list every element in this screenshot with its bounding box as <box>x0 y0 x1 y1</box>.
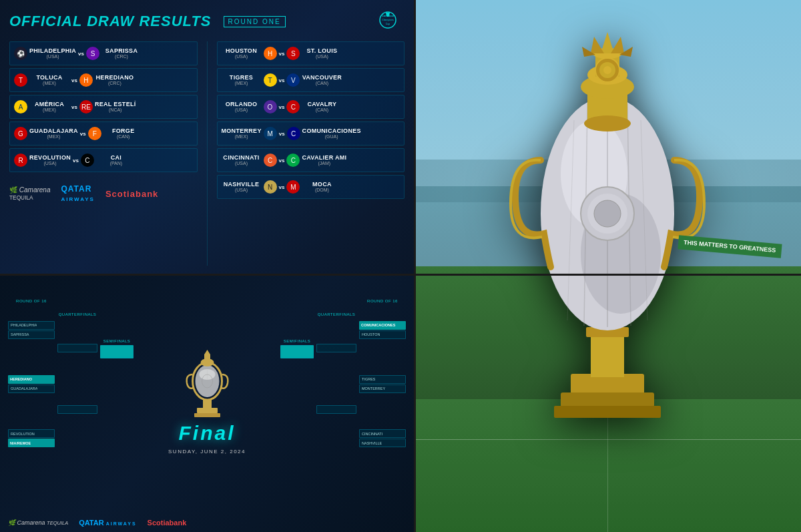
team-block-revolution: REVOLUTION (USA) <box>29 155 71 166</box>
team-crest-revolution: R <box>14 154 27 167</box>
team-crest-guadalajara: G <box>14 127 27 140</box>
svg-rect-18 <box>591 334 624 377</box>
sf-right-header: SEMIFINALS <box>280 339 314 343</box>
vs-separator: vs <box>279 104 285 110</box>
qf-left: QUARTERFINALS <box>57 299 97 439</box>
vs-separator: vs <box>71 77 77 83</box>
bracket-sponsor-scotiabank: Scotiabank <box>148 519 187 527</box>
right-column: THIS MATTERS TO GREATNESS <box>414 0 801 532</box>
vs-separator: vs <box>279 77 285 83</box>
team-slot: HOUSTON <box>359 330 406 339</box>
trophy-photo: THIS MATTERS TO GREATNESS <box>414 0 801 532</box>
svg-marker-39 <box>591 37 604 53</box>
team-block-tigres: TIGRES (MEX) <box>222 75 262 85</box>
sf-right: SEMIFINALS <box>280 299 314 358</box>
sponsor-qatar: QATARAIRWAYS <box>61 184 94 203</box>
svg-rect-11 <box>204 354 210 363</box>
draw-header: OFFICIAL DRAW RESULTS ROUND ONE Concacaf… <box>9 8 405 35</box>
vs-separator: vs <box>279 51 285 57</box>
sponsors-row: 🌿 CamarenaTEQUILA QATARAIRWAYS Scotiaban… <box>9 180 198 203</box>
team-block-cavalier: CAVALIER AMI (JAM) <box>302 155 346 166</box>
team-block-herediano: HEREDIANO (CRC) <box>95 75 135 85</box>
vs-separator: vs <box>78 51 84 57</box>
match-row: HOUSTON (USA) H vs S ST. LOUIS (USA) <box>217 41 405 65</box>
team-crest-realestelí: RE <box>79 100 93 113</box>
team-crest-toluca: T <box>14 73 27 87</box>
team-crest-america: A <box>14 100 27 113</box>
col-divider <box>207 41 208 266</box>
team-slot: CINCINNATI <box>359 429 406 438</box>
slot-pair: HEREDIANO GUADALAJARA <box>8 375 55 393</box>
bracket-sponsors: 🌿 Camarena TEQUILA QATAR AIRWAYS Scotiab… <box>8 519 186 527</box>
left-matches-col: ⚽ PHILADELPHIA (USA) vs S SAPRISSA (CRC) <box>9 41 198 266</box>
team-crest-comunicaciones: C <box>287 127 300 140</box>
horizontal-divider <box>0 274 801 276</box>
svg-point-30 <box>594 200 621 227</box>
vs-separator: vs <box>279 131 285 137</box>
r16-right-header: ROUND OF 16 <box>359 299 406 303</box>
svg-rect-4 <box>197 408 218 413</box>
header-left: OFFICIAL DRAW RESULTS ROUND ONE <box>9 13 286 30</box>
team-block-nashville: NASHVILLE (USA) <box>222 182 262 192</box>
matches-container: ⚽ PHILADELPHIA (USA) vs S SAPRISSA (CRC) <box>9 41 405 266</box>
team-crest-stlouis: S <box>286 47 300 60</box>
right-matches-col: HOUSTON (USA) H vs S ST. LOUIS (USA) <box>217 41 405 266</box>
team-block-monterrey: MONTERREY (MEX) <box>222 128 262 139</box>
team-crest-cavalier: C <box>286 154 300 167</box>
slot-pair: REVOLUTION NIA/REMOE <box>8 429 55 447</box>
vs-separator: vs <box>71 104 77 110</box>
match-row: ORLANDO (USA) O vs C CAVALRY (CAN) <box>217 95 405 119</box>
team-crest-saprissa: S <box>86 47 99 60</box>
qf-right-header: QUARTERFINALS <box>316 312 356 316</box>
sf-slot <box>100 345 134 358</box>
team-slot-teal: COMUNICACIONES <box>359 321 406 330</box>
qf-header: QUARTERFINALS <box>57 312 97 316</box>
team-block-cincinnati: CINCINNATI (USA) <box>222 155 262 166</box>
draw-panel: OFFICIAL DRAW RESULTS ROUND ONE Concacaf… <box>0 0 414 274</box>
match-row: CINCINNATI (USA) C vs C CAVALIER AMI (JA… <box>217 148 405 172</box>
r16-right: ROUND OF 16 COMUNICACIONES HOUSTON TIGRE… <box>359 299 406 465</box>
team-block-stlouis: ST. LOUIS (USA) <box>302 48 342 59</box>
match-row: NASHVILLE (USA) N vs M MOCA (DOM) <box>217 175 405 199</box>
team-crest-philadelphia: ⚽ <box>14 47 27 60</box>
team-slot: PHILADELPHIA <box>8 321 55 330</box>
large-trophy-svg <box>507 27 708 427</box>
right-bracket: ROUND OF 16 COMUNICACIONES HOUSTON TIGRE… <box>280 294 406 505</box>
team-slot: GUADALAJARA <box>8 384 55 393</box>
qf-slot <box>57 344 97 352</box>
qf-right: QUARTERFINALS <box>316 299 356 439</box>
svg-point-45 <box>603 66 611 74</box>
team-block-comunicaciones: COMUNICACIONES (GUA) <box>302 128 361 139</box>
vs-separator: vs <box>279 158 285 164</box>
bracket-sponsor-camarena: 🌿 Camarena TEQUILA <box>8 519 68 526</box>
team-block-cai: CAI (PAN) <box>96 155 136 166</box>
team-block-vancouver: VANCOUVER (CAN) <box>302 75 342 85</box>
team-crest-cincinnati: C <box>264 154 277 167</box>
team-slot-teal: HEREDIANO <box>8 375 55 384</box>
team-block-orlando: ORLANDO (USA) <box>222 101 262 112</box>
round-label: ROUND ONE <box>224 16 286 27</box>
vs-separator: vs <box>279 184 285 190</box>
team-block-philadelphia: PHILADELPHIA (USA) <box>29 48 76 59</box>
match-row: T TOLUCA (MEX) vs H HEREDIANO (CRC) <box>9 68 198 92</box>
team-crest-nashville: N <box>264 180 277 194</box>
svg-point-33 <box>584 115 631 131</box>
team-crest-vancouver: V <box>286 73 300 87</box>
ccl-logo: Concacaf Champions Cup <box>371 8 405 35</box>
team-crest-orlando: O <box>264 100 277 113</box>
team-crest-houston: H <box>264 47 277 60</box>
qf-slot <box>57 405 97 414</box>
sf-header: SEMIFINALS <box>100 339 134 343</box>
team-block-houston: HOUSTON (USA) <box>222 48 262 59</box>
team-slot: REVOLUTION <box>8 429 55 438</box>
team-crest-cavalry: C <box>286 100 300 113</box>
team-block-toluca: TOLUCA (MEX) <box>29 75 69 85</box>
svg-rect-16 <box>561 392 654 407</box>
team-crest-cai: C <box>81 154 94 167</box>
team-crest-herediano: H <box>79 73 93 87</box>
team-block-realestelí: REAL ESTELÍ (NCA) <box>95 101 136 112</box>
team-block-guadalajara: GUADALAJARA (MEX) <box>29 128 78 139</box>
team-crest-forge: F <box>88 127 101 140</box>
slot-pair: PHILADELPHIA SAPRISSA <box>8 321 55 339</box>
svg-text:Champions: Champions <box>382 19 394 21</box>
